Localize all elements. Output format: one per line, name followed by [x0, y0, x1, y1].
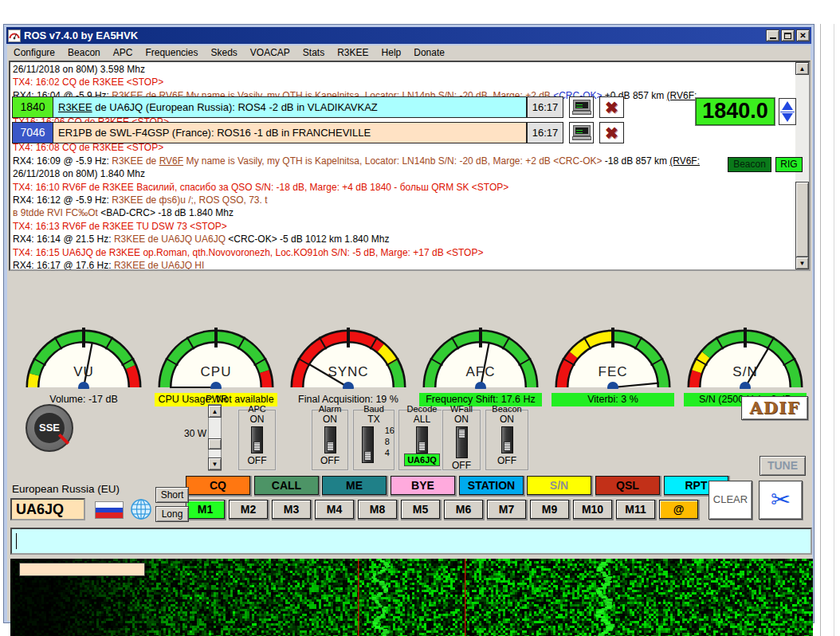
log-line: RX4: 16:12 @ -5.9 Hz: R3KEE de фs6)u /;,…	[13, 194, 790, 206]
beacon-switch[interactable]	[501, 426, 513, 453]
window-title: ROS v7.4.0 by EA5HVK	[24, 29, 138, 41]
macro-station[interactable]: STATION	[459, 476, 524, 495]
macro-m9[interactable]: M9	[530, 500, 569, 519]
gauge-fec: FECViterbi: 3 %	[549, 312, 677, 406]
macro-qsl[interactable]: QSL	[595, 476, 660, 495]
decode-switch[interactable]	[416, 426, 428, 453]
macro-m1[interactable]: M1	[186, 500, 225, 519]
macro-m11[interactable]: M11	[616, 500, 655, 519]
menu-item-r3kee[interactable]: R3KEE	[331, 46, 375, 59]
menu-item-configure[interactable]: Configure	[7, 46, 61, 59]
scissors-button[interactable]: ✂	[759, 481, 803, 520]
frequency-display[interactable]: 1840.0	[696, 98, 775, 125]
svg-text:CPU: CPU	[201, 364, 232, 379]
alarm-switch[interactable]	[324, 426, 336, 453]
alert2-monitor-button[interactable]	[569, 122, 594, 143]
macro-call[interactable]: CALL	[254, 476, 319, 495]
maximize-button[interactable]	[781, 29, 795, 41]
macro-m4[interactable]: M4	[315, 500, 354, 519]
gauge-cpu: CPUCPU Usage: Not available	[152, 312, 280, 406]
menu-item-help[interactable]: Help	[375, 46, 408, 59]
pwr-down-icon[interactable]: ▼	[208, 457, 222, 470]
macro-sn[interactable]: S/N	[527, 476, 591, 495]
spinner-up-icon[interactable]	[782, 101, 793, 110]
gauge-status: Viterbi: 3 %	[551, 393, 674, 406]
beacon-status-button[interactable]: Beacon	[728, 157, 771, 172]
macro-m3[interactable]: M3	[272, 500, 311, 519]
region-label: European Russia (EU)	[12, 483, 120, 495]
close-button[interactable]: ✕	[796, 29, 810, 41]
rig-button[interactable]: RIG	[775, 157, 803, 172]
red-x-icon: ✖	[605, 100, 618, 116]
log-line: в 9tdde RVI FC‰Ot <BAD-CRC> -18 dB 1.840…	[13, 206, 790, 219]
apc-switch[interactable]	[251, 426, 263, 453]
macro-m10[interactable]: M10	[573, 500, 612, 519]
app-icon	[8, 29, 21, 42]
wfall-switch[interactable]	[456, 426, 468, 458]
sse-knob[interactable]: SSE	[26, 404, 73, 452]
alert1-frequency[interactable]: 1840	[12, 96, 53, 118]
spinner-down-icon[interactable]	[782, 113, 793, 122]
alert1-delete-button[interactable]: ✖	[599, 96, 624, 118]
macro-m2[interactable]: M2	[229, 500, 268, 519]
pwr-up-icon[interactable]: ▲	[208, 405, 222, 418]
decode-callsign-label: UA6JQ	[404, 453, 440, 466]
callsign-field[interactable]: UA6JQ	[10, 498, 85, 520]
apc-toggle-group: APC ON OFF	[237, 404, 277, 471]
scroll-down-icon[interactable]: ▼	[795, 257, 809, 269]
long-path-button[interactable]: Long	[155, 506, 189, 522]
pwr-slider-thumb[interactable]	[208, 438, 222, 450]
tune-button[interactable]: TUNE	[760, 456, 806, 476]
log-line: RX4: 16:14 @ 21.5 Hz: R3KEE de UA6JQ UA6…	[13, 233, 790, 245]
log-line: TX4: 16:10 RV6F de R3KEE Василий, спасиб…	[13, 181, 790, 194]
monitor-icon	[574, 100, 590, 110]
message-input[interactable]	[10, 528, 812, 555]
alert-row-1[interactable]: 1840 R3KEE de UA6JQ (European Russia): R…	[12, 96, 624, 118]
baud-switch[interactable]	[362, 426, 374, 463]
russia-flag-icon	[95, 501, 124, 519]
monitor-icon	[574, 126, 590, 135]
macro-at[interactable]: @	[659, 500, 698, 519]
macro-m7[interactable]: M7	[487, 500, 526, 519]
pwr-slider[interactable]: ▲ ▼	[208, 404, 222, 471]
menu-item-beacon[interactable]: Beacon	[61, 46, 107, 59]
text-caret	[16, 533, 17, 549]
alert1-monitor-button[interactable]	[569, 96, 594, 118]
macro-m8[interactable]: M8	[358, 500, 397, 519]
title-bar[interactable]: ROS v7.4.0 by EA5HVK ✕	[6, 27, 811, 44]
knob-indicator	[58, 434, 69, 445]
alert1-message[interactable]: R3KEE de UA6JQ (European Russia): ROS4 -…	[53, 96, 527, 118]
globe-icon[interactable]	[130, 498, 152, 520]
macro-cq[interactable]: CQ	[186, 476, 250, 495]
log-line: TX4: 16:13 RV6F de R3KEE TU DSW 73 <STOP…	[13, 220, 790, 233]
short-path-button[interactable]: Short	[155, 487, 189, 503]
adif-button[interactable]: ADIF	[741, 396, 808, 420]
alert2-delete-button[interactable]: ✖	[599, 122, 624, 143]
frequency-spinner[interactable]	[779, 98, 796, 125]
menu-item-skeds[interactable]: Skeds	[204, 46, 243, 59]
macro-me[interactable]: ME	[322, 476, 387, 495]
gauge-vu: VUVolume: -17 dB	[20, 312, 147, 406]
menu-item-voacap[interactable]: VOACAP	[244, 46, 296, 59]
log-line: RX4: 16:17 @ 17.6 Hz: R3KEE de UA6JQ HI	[13, 259, 790, 271]
alert2-message[interactable]: ER1PB de SWL-F4GSP (France): ROS16 -1 dB…	[53, 122, 527, 143]
beacon-toggle-group: Beacon ON OFF	[485, 404, 529, 471]
clear-button[interactable]: CLEAR	[709, 481, 752, 520]
macro-bye[interactable]: BYE	[391, 476, 455, 495]
menu-item-apc[interactable]: APC	[107, 46, 139, 59]
macro-m5[interactable]: M5	[401, 500, 440, 519]
menu-item-stats[interactable]: Stats	[296, 46, 331, 59]
scroll-thumb[interactable]	[795, 182, 809, 257]
macro-m6[interactable]: M6	[444, 500, 483, 519]
scroll-up-icon[interactable]: ▲	[795, 62, 809, 75]
alert-row-2[interactable]: 7046 ER1PB de SWL-F4GSP (France): ROS16 …	[12, 122, 624, 143]
menu-item-frequencies[interactable]: Frequencies	[139, 46, 204, 59]
waterfall-display[interactable]	[10, 559, 813, 636]
log-line: 26/11/2018 on 80M) 3.598 Mhz	[13, 63, 790, 76]
minimize-button[interactable]	[766, 29, 779, 41]
svg-text:SYNC: SYNC	[328, 364, 368, 379]
red-x-icon: ✖	[605, 125, 618, 141]
pwr-value: 30 W	[184, 428, 206, 439]
alert2-frequency[interactable]: 7046	[12, 122, 53, 143]
menu-item-donate[interactable]: Donate	[407, 46, 451, 59]
